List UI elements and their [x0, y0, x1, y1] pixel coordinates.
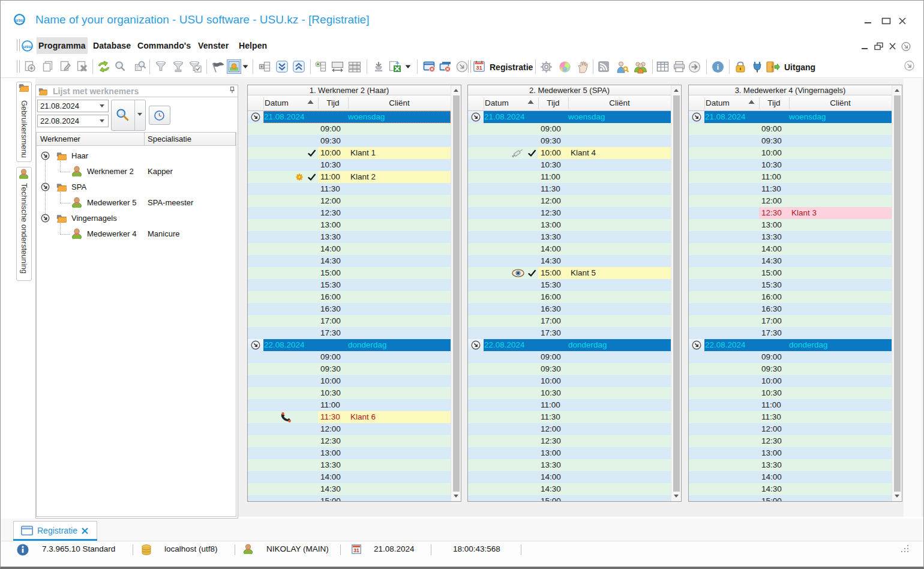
- svg-text:usu: usu: [16, 17, 24, 23]
- svg-text:usu: usu: [23, 44, 31, 49]
- svg-text:31: 31: [476, 64, 482, 71]
- svg-text:31: 31: [353, 547, 359, 553]
